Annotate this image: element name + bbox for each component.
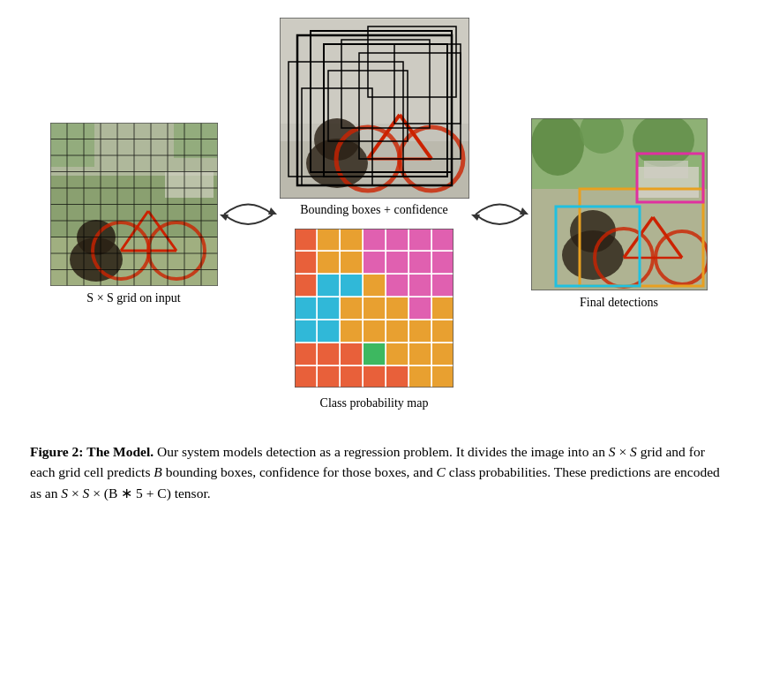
- svg-rect-84: [295, 320, 317, 342]
- svg-rect-90: [432, 320, 453, 342]
- svg-marker-118: [520, 207, 528, 215]
- svg-rect-61: [409, 229, 431, 251]
- svg-rect-57: [318, 229, 340, 251]
- svg-rect-66: [364, 252, 386, 274]
- svg-rect-76: [432, 275, 453, 297]
- center-column: Bounding boxes + confidence: [280, 18, 469, 410]
- svg-rect-73: [364, 275, 386, 297]
- grid-label: S × S grid on input: [86, 291, 180, 305]
- svg-rect-63: [295, 252, 317, 274]
- detection-image: [531, 118, 708, 290]
- svg-rect-56: [295, 229, 317, 251]
- s3-math: S: [61, 485, 68, 501]
- svg-rect-125: [531, 189, 708, 290]
- svg-rect-102: [386, 366, 408, 388]
- b1-math: B: [154, 464, 161, 479]
- svg-rect-65: [341, 252, 363, 274]
- svg-rect-79: [341, 297, 363, 320]
- svg-rect-59: [364, 229, 386, 251]
- right-arrow-area: [469, 190, 531, 238]
- svg-rect-68: [409, 252, 431, 274]
- svg-rect-95: [386, 343, 408, 365]
- left-arrow-area: [218, 190, 280, 238]
- svg-rect-71: [318, 275, 340, 297]
- svg-rect-134: [644, 161, 688, 178]
- svg-rect-82: [409, 297, 431, 320]
- svg-rect-87: [364, 320, 386, 342]
- svg-rect-62: [432, 229, 453, 251]
- bbox-photo-svg: [280, 18, 469, 199]
- svg-rect-89: [409, 320, 431, 342]
- svg-rect-91: [295, 343, 317, 365]
- svg-rect-88: [386, 320, 408, 342]
- svg-rect-10: [50, 123, 94, 167]
- right-arrow-svg: [471, 190, 528, 238]
- caption-body5: tensor.: [171, 485, 211, 501]
- c1-math: C: [437, 464, 446, 479]
- bbox-image: [280, 18, 469, 199]
- svg-rect-100: [341, 366, 363, 388]
- svg-rect-93: [341, 343, 363, 365]
- svg-marker-33: [220, 215, 229, 221]
- x2-math: ×: [68, 485, 83, 501]
- svg-rect-60: [386, 229, 408, 251]
- figure-title: The Model.: [86, 444, 154, 459]
- svg-marker-119: [471, 215, 480, 221]
- svg-rect-64: [318, 252, 340, 274]
- svg-rect-67: [386, 252, 408, 274]
- svg-rect-80: [364, 297, 386, 320]
- figure-caption: Figure 2: The Model. Our system models d…: [30, 441, 727, 503]
- caption-body3: bounding boxes, confidence for those box…: [162, 464, 437, 479]
- svg-rect-74: [386, 275, 408, 297]
- svg-rect-98: [295, 366, 317, 388]
- svg-rect-72: [341, 275, 363, 297]
- svg-rect-81: [386, 297, 408, 320]
- prob-map-svg: [295, 229, 453, 388]
- caption-body1: Our system models detection as a regress…: [157, 444, 609, 459]
- bbox-label: Bounding boxes + confidence: [300, 203, 448, 217]
- svg-rect-11: [174, 123, 218, 158]
- x3-math: ×: [89, 485, 104, 501]
- prob-map-section: Class probability map: [295, 229, 453, 410]
- svg-rect-77: [295, 297, 317, 320]
- svg-rect-94: [364, 343, 386, 365]
- svg-marker-32: [268, 207, 277, 215]
- svg-rect-104: [432, 366, 453, 388]
- detection-photo-svg: [531, 118, 708, 290]
- paren-math: (B ∗ 5 + C): [104, 485, 171, 501]
- svg-rect-12: [165, 171, 214, 198]
- svg-rect-86: [341, 320, 363, 342]
- s1-math: S: [609, 444, 616, 459]
- grid-image: [50, 123, 218, 286]
- prob-label: Class probability map: [295, 396, 453, 410]
- svg-rect-83: [432, 297, 453, 320]
- figure-container: S × S grid on input: [18, 18, 739, 503]
- grid-photo-svg: [50, 123, 218, 286]
- detection-label: Final detections: [580, 296, 658, 310]
- svg-rect-99: [318, 366, 340, 388]
- s2-math: S: [630, 444, 637, 459]
- svg-rect-101: [364, 366, 386, 388]
- svg-rect-103: [409, 366, 431, 388]
- svg-rect-78: [318, 297, 340, 320]
- svg-rect-85: [318, 320, 340, 342]
- figure-number: Figure 2:: [30, 444, 83, 459]
- svg-rect-70: [295, 275, 317, 297]
- detection-section: Final detections: [531, 118, 708, 310]
- x1-math: ×: [616, 444, 631, 459]
- svg-rect-58: [341, 229, 363, 251]
- svg-rect-97: [432, 343, 453, 365]
- svg-rect-96: [409, 343, 431, 365]
- svg-rect-75: [409, 275, 431, 297]
- svg-rect-69: [432, 252, 453, 274]
- svg-rect-92: [318, 343, 340, 365]
- left-arrow-svg: [220, 190, 277, 238]
